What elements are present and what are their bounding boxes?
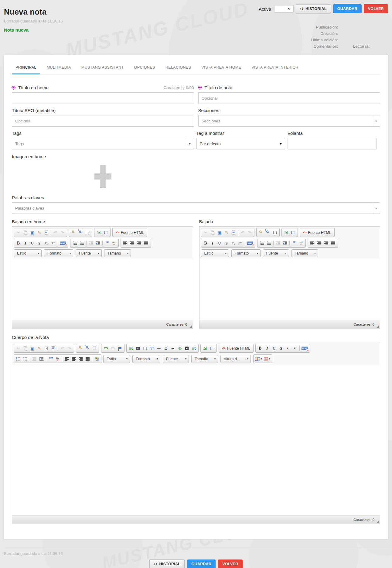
indent-button[interactable]	[38, 355, 45, 362]
media-embed-button[interactable]	[190, 345, 197, 352]
table-grid-button[interactable]: ▾	[263, 355, 271, 362]
insert-template-button[interactable]	[141, 345, 148, 352]
paste-button[interactable]: ▣	[29, 345, 36, 352]
tag-a-mostrar-select[interactable]: Por defecto ▾	[196, 138, 285, 149]
bulleted-list-button[interactable]	[78, 240, 85, 247]
align-center-button[interactable]	[129, 240, 136, 247]
source-button[interactable]: <>Fuente HTML	[301, 229, 333, 236]
subscript-button[interactable]: x₂	[285, 345, 291, 352]
font-combo[interactable]: Fuente▾	[163, 355, 189, 363]
italic-button[interactable]: I	[264, 345, 271, 352]
history-button[interactable]: ↺ HISTORIAL	[149, 559, 185, 568]
bulleted-list-button[interactable]	[265, 240, 272, 247]
google-map-button[interactable]	[93, 355, 100, 362]
replace-button[interactable]	[84, 345, 91, 352]
align-left-button[interactable]	[309, 240, 316, 247]
div-container-button[interactable]: DIV </>	[111, 240, 118, 247]
bold-button[interactable]: B	[202, 240, 209, 247]
bold-button[interactable]: B	[15, 240, 22, 247]
strikethrough-button[interactable]: S	[36, 240, 43, 247]
tags-select[interactable]: Tags ▾	[12, 138, 194, 149]
remove-format-button[interactable]: HTML	[246, 240, 254, 247]
underline-button[interactable]: U	[216, 240, 223, 247]
special-char-button[interactable]: Ω	[162, 345, 169, 352]
size-combo[interactable]: Tamaño▾	[291, 249, 318, 257]
align-right-button[interactable]	[77, 355, 84, 362]
italic-button[interactable]: I	[22, 240, 29, 247]
indent-button[interactable]	[281, 240, 288, 247]
cuerpo-editor-content[interactable]	[12, 365, 380, 515]
resize-grip[interactable]	[377, 521, 379, 523]
tab-vista-previa-home[interactable]: VISTA PREVIA HOME	[201, 62, 242, 74]
link-button[interactable]	[102, 345, 109, 352]
italic-button[interactable]: I	[209, 240, 216, 247]
titulo-nota-input[interactable]	[198, 92, 380, 104]
image-button[interactable]	[128, 345, 135, 352]
remove-format-button[interactable]: HTML	[59, 240, 67, 247]
div-container-button[interactable]: DIV </>	[298, 240, 305, 247]
tab-mustang-assistant[interactable]: MUSTANG ASSISTANT	[81, 62, 124, 74]
resize-grip[interactable]	[377, 325, 379, 328]
select-all-button[interactable]	[91, 345, 98, 352]
blockquote-button[interactable]: ””	[47, 355, 54, 362]
superscript-button[interactable]: x²	[50, 240, 57, 247]
replace-button[interactable]	[77, 229, 84, 236]
show-blocks-button[interactable]	[290, 229, 297, 236]
numbered-list-button[interactable]	[258, 240, 265, 247]
page-break-button[interactable]: ⇥	[169, 345, 176, 352]
titulo-home-input[interactable]	[12, 92, 194, 104]
tab-principal[interactable]: PRINCIPAL	[15, 62, 37, 74]
source-button[interactable]: <>Fuente HTML	[220, 345, 252, 352]
resize-grip[interactable]	[189, 325, 192, 328]
replace-button[interactable]	[264, 229, 271, 236]
paste-from-word-button[interactable]: W	[230, 229, 237, 236]
bold-button[interactable]: B	[257, 345, 264, 352]
blockquote-button[interactable]: ””	[104, 240, 111, 247]
align-right-button[interactable]	[136, 240, 143, 247]
table-button[interactable]	[148, 345, 155, 352]
format-combo[interactable]: Formato▾	[231, 249, 261, 257]
format-combo[interactable]: Formato▾	[132, 355, 160, 363]
subscript-button[interactable]: x₂	[230, 240, 237, 247]
align-center-button[interactable]	[316, 240, 323, 247]
align-right-button[interactable]	[323, 240, 330, 247]
paste-text-button[interactable]: ✎	[223, 229, 230, 236]
active-toggle[interactable]: ×	[274, 5, 294, 12]
bajada-editor-content[interactable]	[199, 259, 380, 320]
show-blocks-button[interactable]	[209, 345, 216, 352]
text-color-button[interactable]: ▾	[254, 355, 263, 362]
maximize-button[interactable]: ⇲	[95, 229, 102, 236]
titulo-seo-input[interactable]	[12, 115, 194, 127]
video-button[interactable]: ▸	[135, 345, 141, 352]
align-left-button[interactable]	[63, 355, 70, 362]
paste-from-word-button[interactable]: W	[50, 345, 57, 352]
save-button[interactable]: GUARDAR	[187, 559, 216, 568]
size-combo[interactable]: Tamaño▾	[104, 249, 131, 257]
horizontal-rule-button[interactable]: ―	[155, 345, 162, 352]
show-blocks-button[interactable]	[102, 229, 109, 236]
find-button[interactable]	[257, 229, 264, 236]
style-combo[interactable]: Estilo▾	[201, 249, 229, 257]
superscript-button[interactable]: x²	[237, 240, 244, 247]
indent-button[interactable]	[94, 240, 101, 247]
strikethrough-button[interactable]: S	[223, 240, 230, 247]
history-button[interactable]: ↺ HISTORIAL	[296, 4, 331, 13]
iframe-button[interactable]: ◍	[176, 345, 183, 352]
tab-vista-previa-interior[interactable]: VISTA PREVIA INTERIOR	[251, 62, 299, 74]
align-left-button[interactable]	[122, 240, 129, 247]
paste-text-button[interactable]: ✎	[36, 229, 43, 236]
align-justify-button[interactable]	[143, 240, 150, 247]
palabras-claves-select[interactable]: Palabras claves ▾	[12, 202, 380, 214]
row-height-combo[interactable]: Altura d...▾	[220, 355, 251, 363]
paste-button[interactable]: ▣	[29, 229, 36, 236]
back-button[interactable]: VOLVER	[364, 4, 388, 13]
maximize-button[interactable]: ⇲	[283, 229, 290, 236]
save-button[interactable]: GUARDAR	[333, 4, 362, 13]
align-justify-button[interactable]	[330, 240, 337, 247]
source-button[interactable]: <>Fuente HTML	[114, 229, 146, 236]
find-button[interactable]	[77, 345, 84, 352]
strikethrough-button[interactable]: S	[278, 345, 285, 352]
align-center-button[interactable]	[70, 355, 77, 362]
tab-multimedia[interactable]: MULTIMEDIA	[46, 62, 72, 74]
style-combo[interactable]: Estilo▾	[14, 249, 42, 257]
